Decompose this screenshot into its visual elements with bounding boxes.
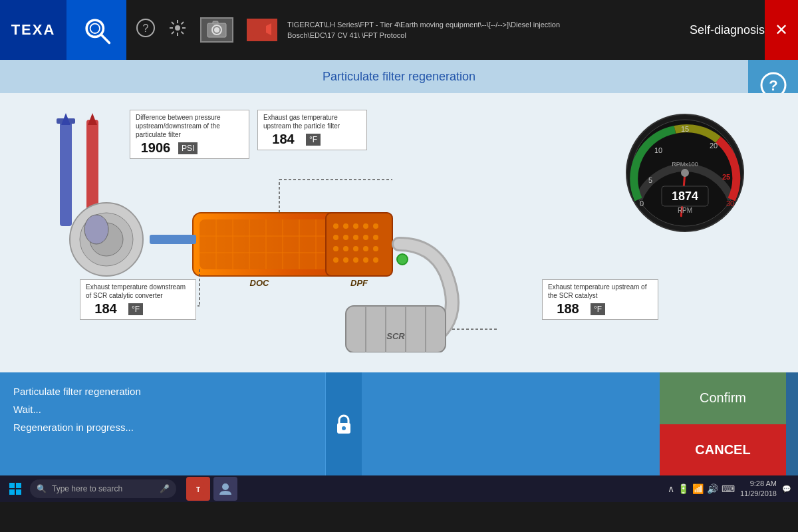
svg-line-12 (182, 22, 184, 25)
svg-line-13 (172, 32, 174, 35)
action-buttons: Confirm CANCEL (660, 372, 786, 475)
battery-icon: 🔋 (678, 483, 689, 494)
svg-text:0: 0 (640, 200, 644, 207)
taskbar-search[interactable]: 🔍 Type here to search 🎤 (30, 479, 176, 498)
chevron-icon[interactable]: ∧ (668, 483, 674, 494)
svg-point-57 (353, 246, 358, 251)
svg-text:RPM: RPM (678, 207, 692, 214)
screenshot-button[interactable] (200, 17, 233, 43)
windows-taskbar: 🔍 Type here to search 🎤 T ∧ 🔋 📶 🔊 ⌨ 9:28 (0, 475, 798, 502)
svg-point-105 (222, 483, 229, 490)
video-button[interactable] (247, 19, 277, 41)
pressure-diff-box: Difference between pressure upstream/dow… (130, 110, 249, 159)
rpm-gauge: 0 5 10 15 20 25 30 RPMx100 1874 RPM (625, 113, 745, 233)
svg-marker-26 (88, 113, 97, 125)
network-icon: 📶 (692, 483, 704, 494)
svg-point-61 (343, 257, 348, 263)
exhaust-temp-scr-upstream-value: 188 (548, 301, 588, 317)
taskbar-time: 9:28 AM (740, 479, 777, 489)
notification-icon[interactable]: 💬 (782, 485, 791, 493)
svg-point-54 (373, 235, 378, 240)
top-icons-area: ? (126, 17, 277, 43)
bottom-bar: Particulate filter regeneration Wait... … (0, 372, 798, 475)
svg-text:20: 20 (710, 142, 718, 150)
svg-text:25: 25 (722, 173, 730, 181)
pressure-diff-value: 1906 (136, 140, 176, 156)
page-title-bar: Particulate filter regeneration ? (0, 60, 798, 93)
texa-logo: TEXA (0, 0, 66, 60)
svg-point-60 (333, 257, 338, 263)
diagram-area: DOC DPF SCR (0, 93, 798, 372)
middle-empty-area (362, 372, 660, 475)
settings-icon[interactable] (168, 19, 187, 41)
exhaust-temp-scr-downstream-value: 184 (86, 301, 126, 317)
lock-button[interactable] (325, 372, 362, 475)
search-icon: 🔍 (37, 484, 47, 493)
svg-rect-18 (253, 23, 266, 36)
top-bar: TEXA ? (0, 0, 798, 60)
svg-text:SCR: SCR (386, 331, 405, 341)
svg-rect-17 (213, 21, 218, 24)
exhaust-temp-scr-upstream-unit: °F (591, 303, 605, 315)
svg-text:10: 10 (654, 146, 662, 154)
exhaust-temp-upstream-label: Exhaust gas temperature upstream the par… (263, 113, 361, 130)
status-line3: Regeneration in progress... (13, 418, 312, 436)
help-icon[interactable]: ? (136, 19, 155, 41)
svg-text:15: 15 (681, 125, 689, 133)
svg-point-46 (343, 223, 348, 229)
cancel-button[interactable]: CANCEL (660, 424, 786, 476)
svg-point-50 (333, 235, 338, 240)
pressure-diff-unit: PSI (178, 142, 198, 154)
taskbar-time-area: 9:28 AM 11/29/2018 (740, 479, 777, 499)
svg-line-10 (172, 22, 174, 25)
svg-text:1874: 1874 (672, 190, 698, 203)
svg-point-53 (363, 235, 368, 240)
status-line2: Wait... (13, 400, 312, 418)
start-button[interactable] (0, 475, 30, 502)
close-button[interactable]: ✕ (765, 0, 798, 60)
taskbar-right: ∧ 🔋 📶 🔊 ⌨ 9:28 AM 11/29/2018 💬 (668, 479, 798, 499)
microphone-icon: 🎤 (160, 484, 170, 493)
pressure-diff-label: Difference between pressure upstream/dow… (136, 113, 243, 139)
svg-point-52 (353, 235, 358, 240)
svg-point-47 (353, 223, 358, 229)
svg-text:?: ? (769, 77, 777, 94)
svg-point-45 (333, 223, 338, 229)
taskbar-texa-icon[interactable]: T (186, 477, 210, 501)
taskbar-user-icon[interactable] (213, 477, 237, 501)
svg-rect-22 (60, 120, 72, 226)
svg-point-63 (363, 257, 368, 263)
svg-text:5: 5 (648, 176, 652, 184)
exhaust-temp-scr-downstream-label: Exhaust temperature downstream of SCR ca… (86, 283, 190, 300)
svg-text:DPF: DPF (350, 278, 368, 288)
svg-point-16 (214, 27, 219, 33)
exhaust-temp-scr-downstream-box: Exhaust temperature downstream of SCR ca… (80, 279, 196, 320)
svg-point-64 (373, 257, 378, 263)
self-diagnosis-label: Self-diagnosis (690, 23, 765, 37)
svg-rect-68 (346, 306, 446, 352)
svg-text:RPMx100: RPMx100 (672, 161, 698, 168)
svg-point-49 (373, 223, 378, 229)
search-button[interactable] (66, 0, 126, 60)
svg-point-55 (333, 246, 338, 251)
exhaust-temp-upstream-value: 184 (263, 132, 303, 147)
svg-line-11 (182, 32, 184, 35)
svg-point-59 (373, 246, 378, 251)
exhaust-temp-scr-upstream-box: Exhaust temperature upstream of the SCR … (542, 279, 658, 320)
svg-rect-76 (150, 235, 196, 244)
svg-rect-101 (9, 489, 15, 495)
svg-rect-44 (326, 213, 392, 276)
exhaust-temp-upstream-box: Exhaust gas temperature upstream the par… (257, 110, 367, 150)
status-text-area: Particulate filter regeneration Wait... … (0, 372, 325, 475)
svg-rect-34 (200, 219, 346, 269)
scrollbar[interactable] (786, 372, 798, 475)
svg-point-67 (397, 254, 408, 265)
svg-text:?: ? (143, 23, 149, 34)
confirm-button[interactable]: Confirm (660, 372, 786, 424)
wifi-icon: 🔊 (707, 483, 718, 494)
exhaust-temp-scr-upstream-label: Exhaust temperature upstream of the SCR … (548, 283, 652, 300)
svg-point-56 (343, 246, 348, 251)
keyboard-icon: ⌨ (722, 483, 735, 494)
svg-rect-102 (16, 489, 21, 495)
svg-text:T: T (196, 486, 200, 493)
